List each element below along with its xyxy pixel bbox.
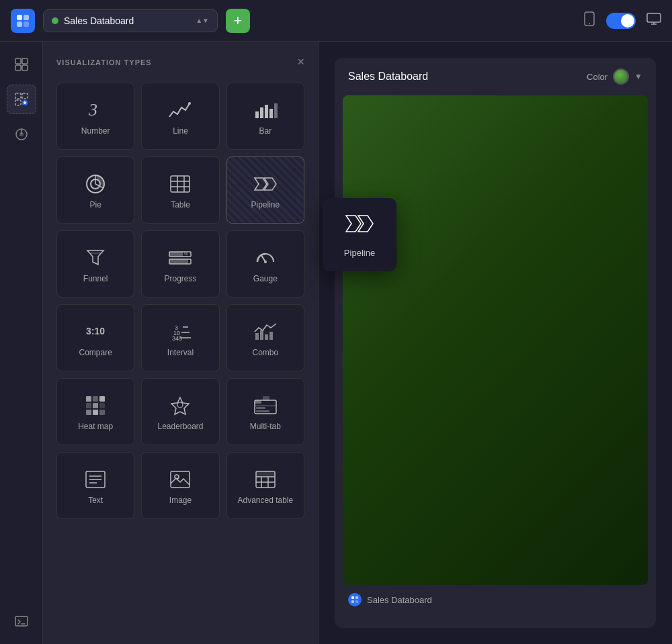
viz-item-pipeline[interactable]: Pipeline: [226, 156, 304, 224]
viz-panel: VISUALIZATION TYPES × 3 Number: [43, 42, 319, 644]
viz-item-multitab[interactable]: Multi-tab: [226, 378, 304, 445]
bar-icon: [253, 99, 278, 121]
viz-label-gauge: Gauge: [253, 274, 278, 283]
viz-label-combo: Combo: [252, 348, 278, 357]
multitab-icon: [253, 395, 278, 416]
color-chevron-icon: ▼: [634, 72, 642, 81]
viz-item-progress[interactable]: % Progress: [141, 230, 219, 297]
svg-rect-0: [17, 15, 22, 20]
sidebar-item-terminal[interactable]: [7, 606, 36, 636]
svg-rect-64: [255, 400, 261, 404]
main-layout: VISUALIZATION TYPES × 3 Number: [0, 42, 672, 644]
svg-rect-83: [351, 600, 354, 603]
pipeline-icon: [253, 173, 278, 195]
viz-label-advtable: Advanced table: [237, 496, 293, 505]
svg-rect-60: [93, 410, 98, 415]
viz-label-number: Number: [81, 126, 110, 136]
svg-rect-23: [269, 109, 273, 118]
svg-text:3: 3: [88, 100, 97, 120]
viz-label-bar: Bar: [259, 126, 271, 136]
svg-rect-55: [99, 396, 105, 402]
svg-rect-51: [265, 334, 268, 340]
viz-item-line[interactable]: Line: [141, 83, 219, 150]
viz-grid: 3 Number Line: [56, 83, 304, 519]
app-logo: [11, 9, 35, 33]
viz-label-leaderboard: Leaderboard: [157, 422, 203, 431]
dashboard-name: Sales Databoard: [64, 15, 190, 26]
interval-icon: 3 10 345: [168, 321, 192, 342]
viz-label-multitab: Multi-tab: [250, 422, 281, 431]
svg-rect-61: [99, 410, 105, 415]
heatmap-icon: [83, 395, 108, 416]
svg-point-19: [188, 102, 191, 105]
gauge-icon: [253, 247, 278, 269]
viz-item-leaderboard[interactable]: Leaderboard: [141, 378, 219, 445]
viz-item-text[interactable]: Text: [56, 452, 134, 519]
progress-icon: %: [168, 247, 192, 269]
footer-label: Sales Databoard: [367, 595, 432, 605]
table-icon: [168, 173, 192, 195]
svg-rect-2: [17, 21, 22, 27]
svg-point-41: [264, 261, 267, 263]
viz-item-combo[interactable]: Combo: [226, 304, 304, 371]
viz-item-compare[interactable]: 3:10 Compare: [56, 304, 134, 371]
svg-rect-65: [263, 396, 269, 401]
svg-rect-12: [22, 93, 28, 99]
topbar: Sales Databoard ▲▼ +: [0, 0, 672, 42]
viz-label-heatmap: Heat map: [78, 422, 113, 431]
viz-label-text: Text: [88, 496, 103, 505]
tooltip-pipeline-icon: [345, 212, 374, 241]
add-button[interactable]: +: [226, 9, 250, 33]
footer-logo-icon: [348, 593, 362, 606]
color-label: Color: [587, 72, 607, 82]
svg-point-62: [177, 402, 183, 408]
svg-rect-52: [269, 332, 273, 340]
pie-icon: [83, 173, 108, 195]
viz-item-bar[interactable]: Bar: [226, 83, 304, 150]
viz-item-advtable[interactable]: Advanced table: [226, 452, 304, 519]
svg-rect-3: [24, 21, 29, 27]
sidebar-item-dashboard[interactable]: [7, 50, 36, 79]
svg-rect-9: [15, 65, 21, 71]
dashboard-selector[interactable]: Sales Databoard ▲▼: [43, 9, 218, 32]
svg-rect-49: [255, 333, 259, 340]
viz-item-image[interactable]: Image: [141, 452, 219, 519]
sidebar-item-chart[interactable]: [7, 120, 36, 149]
card-header: Sales Databoard Color ▼: [335, 58, 656, 95]
svg-rect-82: [355, 596, 358, 599]
panel-title: VISUALIZATION TYPES: [56, 58, 152, 66]
view-toggle[interactable]: [606, 13, 636, 29]
viz-item-funnel[interactable]: Funnel: [56, 230, 134, 297]
viz-label-table: Table: [171, 200, 190, 210]
svg-rect-50: [260, 330, 263, 340]
color-picker[interactable]: Color ▼: [587, 68, 642, 85]
card-title: Sales Databoard: [348, 71, 428, 83]
svg-rect-1: [24, 15, 29, 20]
svg-rect-68: [256, 410, 269, 412]
svg-rect-10: [22, 65, 28, 71]
viz-item-pie[interactable]: Pie: [56, 156, 134, 224]
desktop-icon[interactable]: [646, 13, 661, 28]
svg-rect-84: [355, 600, 358, 603]
topbar-right: [583, 11, 661, 30]
viz-item-interval[interactable]: 3 10 345 Interval: [141, 304, 219, 371]
viz-item-gauge[interactable]: Gauge: [226, 230, 304, 297]
svg-rect-17: [15, 616, 28, 626]
funnel-icon: [83, 247, 108, 269]
panel-close-button[interactable]: ×: [297, 55, 304, 69]
mobile-icon[interactable]: [583, 11, 595, 30]
viz-item-number[interactable]: 3 Number: [56, 83, 134, 150]
pipeline-tooltip: Pipeline: [323, 198, 396, 271]
sidebar-item-add-widget[interactable]: [7, 85, 36, 114]
svg-text:345: 345: [172, 335, 182, 342]
text-icon: [83, 469, 108, 490]
viz-item-heatmap[interactable]: Heat map: [56, 378, 134, 445]
viz-label-image: Image: [169, 496, 192, 505]
card-body: [343, 95, 648, 585]
svg-rect-24: [274, 103, 278, 118]
svg-rect-59: [86, 410, 91, 415]
viz-item-table[interactable]: Table: [141, 156, 219, 224]
line-icon: [168, 99, 192, 121]
svg-rect-80: [256, 471, 275, 477]
selector-chevron: ▲▼: [196, 17, 209, 24]
